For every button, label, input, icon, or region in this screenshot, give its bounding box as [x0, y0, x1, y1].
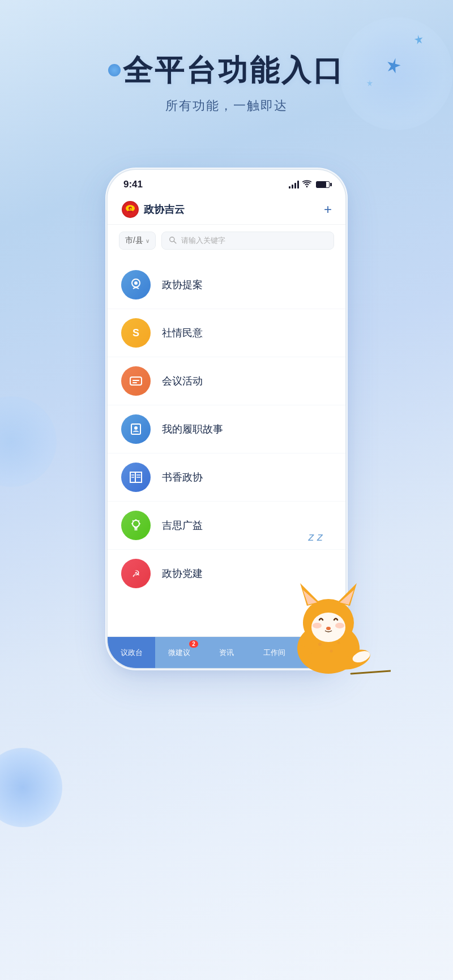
menu-list: 政协提案 S 社情民意 会议活动 [108, 256, 345, 602]
app-header: ★ 政协吉云 + [108, 195, 345, 225]
svg-rect-7 [128, 211, 133, 213]
menu-icon-story [121, 414, 151, 444]
menu-icon-party: ☭ [121, 559, 151, 588]
hero-section: 全平台功能入口 所有功能，一触即达 [0, 51, 453, 114]
menu-icon-meeting [121, 366, 151, 396]
tab-weijianyi[interactable]: 微建议 2 [155, 637, 203, 668]
search-row: 市/县 ∨ 请输入关键字 [108, 225, 345, 256]
menu-label-social: 社情民意 [162, 326, 203, 340]
hero-subtitle: 所有功能，一触即达 [0, 97, 453, 114]
search-input-box[interactable]: 请输入关键字 [161, 232, 334, 250]
svg-point-45 [330, 650, 333, 653]
menu-label-meeting: 会议活动 [162, 374, 203, 388]
tab-yizheng[interactable]: 议政台 [108, 637, 155, 668]
svg-line-49 [351, 671, 391, 674]
search-placeholder: 请输入关键字 [181, 236, 225, 246]
svg-point-39 [313, 623, 322, 628]
svg-point-13 [134, 281, 138, 285]
menu-icon-book [121, 463, 151, 492]
region-select[interactable]: 市/县 ∨ [119, 232, 156, 250]
menu-item-meeting[interactable]: 会议活动 [108, 357, 345, 405]
phone-mockup: 9:41 [108, 170, 345, 668]
menu-label-party: 政协党建 [162, 567, 203, 580]
svg-text:☭: ☭ [132, 569, 140, 579]
tab-zixun-label: 资讯 [219, 648, 234, 658]
region-label: 市/县 [125, 236, 143, 246]
app-logo-area: ★ 政协吉云 [121, 200, 185, 219]
wifi-icon [302, 180, 311, 190]
svg-point-23 [133, 520, 139, 527]
menu-icon-proposal [121, 270, 151, 299]
svg-marker-1 [414, 34, 424, 45]
svg-point-44 [318, 643, 322, 646]
phone-notch [190, 170, 263, 186]
svg-line-27 [133, 520, 134, 521]
tab-zixun[interactable]: 资讯 [203, 637, 250, 668]
bg-blob-bottom-left [0, 748, 62, 827]
svg-text:S: S [133, 327, 139, 339]
svg-point-46 [337, 641, 340, 644]
tab-yizheng-label: 议政台 [121, 648, 143, 658]
bg-blob-mid-left [0, 396, 57, 487]
menu-label-ideas: 吉思广益 [162, 519, 203, 532]
fox-mascot [266, 560, 391, 685]
menu-label-proposal: 政协提案 [162, 278, 203, 292]
search-icon [169, 236, 177, 246]
battery-icon [316, 181, 330, 188]
menu-icon-social: S [121, 318, 151, 348]
svg-point-41 [326, 627, 331, 630]
menu-item-social[interactable]: S 社情民意 [108, 309, 345, 357]
app-name-label: 政协吉云 [144, 203, 185, 216]
svg-point-3 [306, 186, 308, 187]
signal-bars-icon [289, 181, 299, 189]
app-emblem-icon: ★ [121, 200, 139, 219]
menu-label-book: 书香政协 [162, 470, 203, 484]
menu-item-proposal[interactable]: 政协提案 [108, 261, 345, 309]
svg-line-11 [174, 241, 176, 243]
menu-item-book[interactable]: 书香政协 [108, 453, 345, 502]
star-decoration-2 [412, 33, 426, 49]
menu-label-story: 我的履职故事 [162, 422, 223, 436]
title-dot [108, 64, 121, 76]
tab-weijianyi-label: 微建议 [168, 648, 190, 658]
add-button[interactable]: + [324, 202, 332, 217]
svg-point-40 [335, 623, 344, 628]
svg-line-28 [139, 520, 140, 521]
chevron-down-icon: ∨ [146, 238, 149, 244]
status-icons [289, 180, 330, 190]
hero-title: 全平台功能入口 [0, 51, 453, 91]
status-time: 9:41 [123, 179, 143, 190]
menu-item-story[interactable]: 我的履职故事 [108, 405, 345, 453]
menu-icon-ideas [121, 511, 151, 540]
svg-point-17 [134, 426, 138, 430]
tab-badge-weijianyi: 2 [189, 640, 198, 648]
zzz-indicator: z z [308, 530, 323, 544]
